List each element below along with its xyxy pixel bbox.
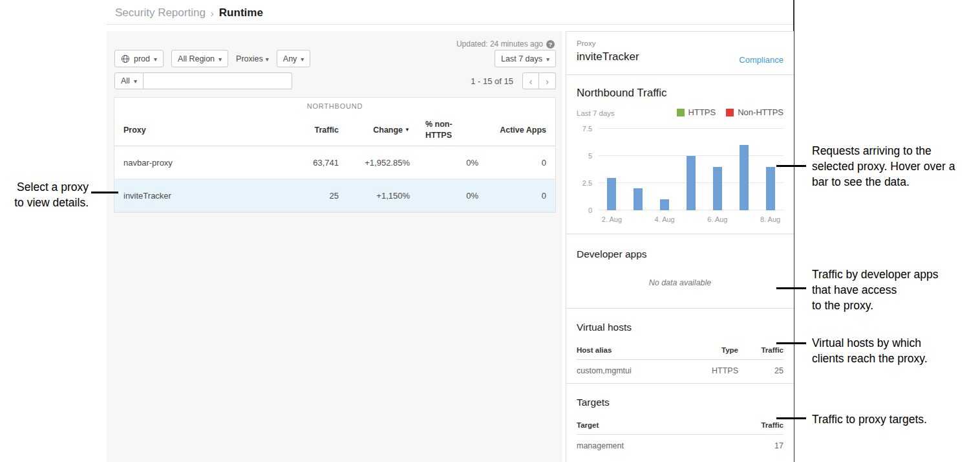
search-input[interactable] — [144, 72, 292, 89]
chart-x-tick-label: 2. Aug — [599, 215, 625, 226]
virtual-host-row: custom,mgmtui HTTPS 25 — [577, 360, 783, 383]
pagination-controls: ‹ › — [522, 72, 556, 89]
chart-x-axis: 2. Aug4. Aug6. Aug8. Aug — [599, 215, 783, 226]
chart-subtitle-row: Last 7 days HTTPS Non-HTTPS — [577, 107, 783, 117]
table-group-header: NORTHBOUND — [114, 98, 555, 115]
column-header-non-https[interactable]: % non-HTTPS — [410, 119, 478, 141]
non-https-legend-swatch-icon — [726, 109, 734, 116]
header-divider — [107, 24, 794, 25]
column-header-change[interactable]: Change▼ — [339, 126, 410, 135]
virtual-hosts-header-row: Host alias Type Traffic — [577, 338, 783, 360]
sort-desc-icon: ▼ — [405, 127, 410, 133]
date-range-label: Last 7 days — [501, 54, 542, 63]
chevron-down-icon — [134, 76, 137, 85]
legend-label-non-https: Non-HTTPS — [738, 107, 783, 117]
legend-item-non-https: Non-HTTPS — [726, 107, 783, 117]
help-icon[interactable]: ? — [546, 40, 555, 49]
chevron-down-icon — [266, 54, 269, 63]
callout-requests: Requests arriving to the selected proxy.… — [812, 143, 980, 190]
chart-bar-slot — [757, 129, 783, 210]
breadcrumb-separator-icon: › — [211, 8, 214, 19]
callout-virtual-hosts: Virtual hosts by which clients reach the… — [812, 335, 967, 366]
chart-bar[interactable] — [607, 178, 616, 210]
date-range-dropdown[interactable]: Last 7 days — [495, 50, 556, 67]
targets-table: Target Traffic management 17 — [577, 413, 783, 458]
cell-proxy-name: navbar-proxy — [114, 158, 284, 168]
proxy-detail-panel: Proxy inviteTracker Compliance Northboun… — [566, 31, 794, 462]
region-label: All Region — [178, 54, 215, 63]
chart-bar[interactable] — [740, 145, 749, 210]
chart-bar[interactable] — [713, 167, 722, 210]
chart-bar[interactable] — [766, 167, 775, 210]
cell-change: +1,952.85% — [339, 158, 410, 168]
callout-pointer-line — [776, 287, 806, 289]
column-header-non-https-label: % non-HTTPS — [425, 119, 463, 141]
legend-item-https: HTTPS — [677, 107, 716, 117]
proxies-dropdown[interactable]: Proxies — [236, 54, 269, 63]
chart-x-tick-label: 6. Aug — [704, 215, 730, 226]
prev-page-button[interactable]: ‹ — [522, 72, 539, 89]
chart-plot — [599, 129, 783, 210]
chart-y-tick-label: 2.5 — [582, 179, 592, 187]
proxy-detail-header: Proxy inviteTracker Compliance — [566, 32, 794, 75]
chart-bar[interactable] — [660, 199, 669, 210]
main-panel: Updated: 24 minutes ago ? prod All Regio… — [107, 31, 562, 462]
updated-status: Updated: 24 minutes ago ? — [456, 39, 555, 49]
updated-label: Updated: 24 minutes ago — [456, 39, 543, 49]
chart-subtitle: Last 7 days — [577, 109, 615, 117]
cell-traffic: 63,741 — [284, 158, 339, 168]
filter-toolbar: prod All Region Proxies Any Last 7 days — [114, 50, 556, 67]
cell-host-traffic: 25 — [738, 366, 783, 375]
column-header-traffic: Traffic — [738, 346, 783, 354]
table-row[interactable]: navbar-proxy 63,741 +1,952.85% 0% 0 — [114, 146, 555, 179]
cell-host-alias: custom,mgmtui — [577, 366, 693, 375]
any-label: Any — [283, 54, 297, 63]
column-header-active-apps[interactable]: Active Apps — [478, 126, 555, 135]
chart-y-tick-label: 0 — [588, 206, 592, 214]
compliance-link[interactable]: Compliance — [739, 55, 783, 65]
chevron-down-icon — [546, 54, 549, 63]
filter-all-dropdown[interactable]: All — [114, 72, 144, 89]
callout-pointer-line — [776, 342, 806, 344]
column-header-target-traffic: Traffic — [738, 421, 783, 429]
section-title-targets: Targets — [577, 397, 783, 408]
developer-apps-section: Developer apps No data available — [566, 234, 794, 309]
target-row: management 17 — [577, 435, 783, 458]
column-header-proxy[interactable]: Proxy — [114, 126, 284, 135]
chart-x-tick-label: 8. Aug — [757, 215, 783, 226]
filter-all-label: All — [121, 76, 130, 85]
virtual-hosts-section: Virtual hosts Host alias Type Traffic cu… — [566, 309, 794, 384]
column-header-traffic[interactable]: Traffic — [284, 126, 339, 135]
globe-icon — [121, 54, 130, 63]
column-header-target: Target — [577, 421, 738, 429]
chart-x-tick-label — [678, 215, 705, 226]
cell-non-https: 0% — [410, 158, 478, 168]
breadcrumb-security-reporting[interactable]: Security Reporting — [115, 6, 206, 19]
chart-bar-slot — [599, 129, 625, 210]
northbound-traffic-section: Northbound Traffic Last 7 days HTTPS Non… — [566, 75, 794, 234]
proxies-label: Proxies — [236, 54, 263, 63]
search-toolbar: All 1 - 15 of 15 ‹ › — [114, 72, 556, 89]
cell-traffic: 25 — [284, 191, 339, 201]
chart-bar-slot — [704, 129, 730, 210]
column-header-type: Type — [693, 346, 738, 354]
chart-bar[interactable] — [687, 156, 696, 210]
chart-bar[interactable] — [634, 188, 643, 210]
cell-non-https: 0% — [410, 191, 478, 201]
cell-target-name: management — [577, 441, 738, 450]
section-title-developer-apps: Developer apps — [577, 248, 783, 260]
legend-label-https: HTTPS — [688, 107, 716, 117]
section-title-northbound: Northbound Traffic — [577, 87, 783, 100]
chart-bar-slot — [652, 129, 678, 210]
empty-state-message: No data available — [577, 278, 783, 287]
cell-target-traffic: 17 — [738, 441, 783, 450]
next-page-button[interactable]: › — [539, 72, 556, 89]
cell-change: +1,150% — [339, 191, 410, 201]
any-dropdown[interactable]: Any — [277, 50, 311, 67]
virtual-hosts-table: Host alias Type Traffic custom,mgmtui HT… — [577, 338, 783, 383]
cell-host-type: HTTPS — [693, 366, 738, 375]
table-row-selected[interactable]: inviteTracker 25 +1,150% 0% 0 — [114, 179, 555, 212]
environment-dropdown[interactable]: prod — [114, 50, 164, 67]
region-dropdown[interactable]: All Region — [171, 50, 228, 67]
column-header-change-label: Change — [373, 126, 403, 135]
